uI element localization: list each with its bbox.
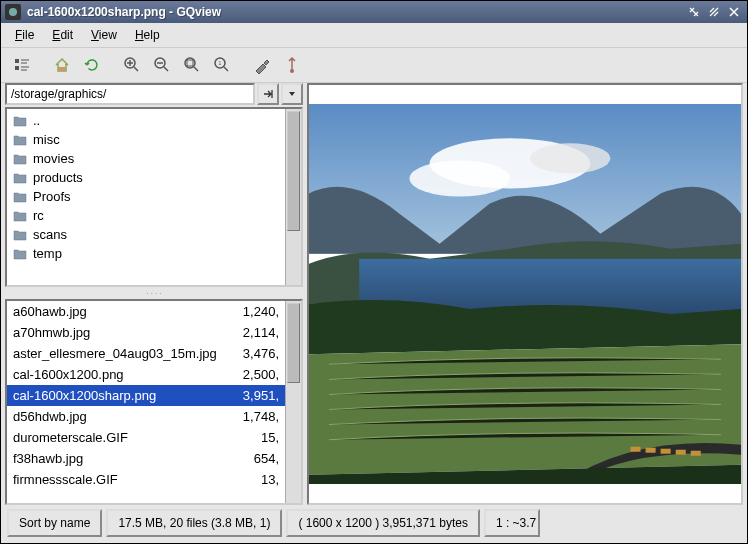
main-window: cal-1600x1200sharp.png - GQview File Edi… — [0, 0, 748, 544]
file-name: cal-1600x1200.png — [13, 367, 231, 382]
file-item[interactable]: firmnessscale.GIF13, — [7, 469, 285, 490]
maximize-button[interactable] — [705, 4, 723, 20]
thumbnails-icon[interactable] — [9, 52, 35, 78]
app-icon — [5, 4, 21, 20]
directory-label: scans — [33, 227, 67, 242]
directory-parent[interactable]: .. — [9, 111, 285, 130]
directory-label: misc — [33, 132, 60, 147]
directory-label: temp — [33, 246, 62, 261]
file-size: 3,476, — [231, 346, 279, 361]
image-pane[interactable] — [307, 83, 743, 505]
path-dropdown-button[interactable] — [281, 83, 303, 105]
file-item[interactable]: durometerscale.GIF15, — [7, 427, 285, 448]
file-item[interactable]: aster_ellesmere_04aug03_15m.jpg3,476, — [7, 343, 285, 364]
directory-item[interactable]: movies — [9, 149, 285, 168]
titlebar[interactable]: cal-1600x1200sharp.png - GQview — [1, 1, 747, 23]
minimize-button[interactable] — [685, 4, 703, 20]
svg-point-13 — [409, 160, 509, 196]
directory-item[interactable]: scans — [9, 225, 285, 244]
file-list[interactable]: a60hawb.jpg1,240,a70hmwb.jpg2,114,aster_… — [5, 299, 303, 505]
directory-label: Proofs — [33, 189, 71, 204]
home-icon[interactable] — [49, 52, 75, 78]
directory-label: rc — [33, 208, 44, 223]
window-title: cal-1600x1200sharp.png - GQview — [27, 5, 683, 19]
file-size: 13, — [231, 472, 279, 487]
directory-label: products — [33, 170, 83, 185]
path-go-button[interactable] — [257, 83, 279, 105]
file-name: durometerscale.GIF — [13, 430, 231, 445]
sort-button[interactable]: Sort by name — [7, 509, 102, 537]
preferences-icon[interactable] — [249, 52, 275, 78]
file-item[interactable]: d56hdwb.jpg1,748, — [7, 406, 285, 427]
content-area: ..miscmoviesproductsProofsrcscanstemp · … — [1, 83, 747, 505]
file-scrollbar[interactable] — [285, 301, 301, 503]
file-size: 2,500, — [231, 367, 279, 382]
file-size: 1,240, — [231, 304, 279, 319]
status-dimensions: ( 1600 x 1200 ) 3,951,371 bytes — [286, 509, 479, 537]
status-zoom: 1 : ~3.7 — [484, 509, 540, 537]
menu-edit[interactable]: Edit — [44, 25, 81, 45]
svg-rect-3 — [58, 67, 66, 71]
directory-item[interactable]: rc — [9, 206, 285, 225]
file-item[interactable]: a70hmwb.jpg2,114, — [7, 322, 285, 343]
preview-image — [309, 104, 741, 484]
directory-label: .. — [33, 113, 40, 128]
menu-view[interactable]: View — [83, 25, 125, 45]
close-button[interactable] — [725, 4, 743, 20]
directory-item[interactable]: temp — [9, 244, 285, 263]
svg-rect-1 — [15, 59, 19, 63]
svg-rect-7 — [187, 60, 193, 66]
directory-scrollbar[interactable] — [285, 109, 301, 285]
file-name: cal-1600x1200sharp.png — [13, 388, 231, 403]
svg-rect-18 — [661, 449, 671, 454]
file-size: 2,114, — [231, 325, 279, 340]
menubar: File Edit View Help — [1, 23, 747, 48]
file-name: a70hmwb.jpg — [13, 325, 231, 340]
status-summary: 17.5 MB, 20 files (3.8 MB, 1) — [106, 509, 282, 537]
file-size: 1,748, — [231, 409, 279, 424]
file-item[interactable]: cal-1600x1200.png2,500, — [7, 364, 285, 385]
zoom-100-icon[interactable]: 1 — [209, 52, 235, 78]
zoom-in-icon[interactable] — [119, 52, 145, 78]
svg-text:1: 1 — [219, 60, 222, 66]
svg-rect-20 — [691, 451, 701, 456]
file-item[interactable]: a60hawb.jpg1,240, — [7, 301, 285, 322]
directory-item[interactable]: products — [9, 168, 285, 187]
toolbar: 1 — [1, 48, 747, 83]
file-item[interactable]: cal-1600x1200sharp.png3,951, — [7, 385, 285, 406]
svg-rect-16 — [630, 447, 640, 452]
file-name: a60hawb.jpg — [13, 304, 231, 319]
path-row — [5, 83, 303, 105]
svg-rect-2 — [15, 66, 19, 70]
file-name: aster_ellesmere_04aug03_15m.jpg — [13, 346, 231, 361]
directory-item[interactable]: misc — [9, 130, 285, 149]
file-size: 3,951, — [231, 388, 279, 403]
file-item[interactable]: f38hawb.jpg654, — [7, 448, 285, 469]
zoom-fit-icon[interactable] — [179, 52, 205, 78]
float-icon[interactable] — [279, 52, 305, 78]
svg-rect-19 — [676, 450, 686, 455]
file-size: 654, — [231, 451, 279, 466]
left-pane: ..miscmoviesproductsProofsrcscanstemp · … — [5, 83, 303, 505]
svg-point-0 — [9, 8, 17, 16]
directory-label: movies — [33, 151, 74, 166]
statusbar: Sort by name 17.5 MB, 20 files (3.8 MB, … — [1, 505, 747, 543]
directory-item[interactable]: Proofs — [9, 187, 285, 206]
file-size: 15, — [231, 430, 279, 445]
menu-file[interactable]: File — [7, 25, 42, 45]
directory-list[interactable]: ..miscmoviesproductsProofsrcscanstemp — [5, 107, 303, 287]
menu-help[interactable]: Help — [127, 25, 168, 45]
file-name: firmnessscale.GIF — [13, 472, 231, 487]
pane-splitter[interactable]: · · · · — [5, 289, 303, 297]
refresh-icon[interactable] — [79, 52, 105, 78]
svg-rect-17 — [646, 448, 656, 453]
zoom-out-icon[interactable] — [149, 52, 175, 78]
svg-point-14 — [530, 143, 610, 173]
svg-point-10 — [290, 69, 294, 73]
file-name: d56hdwb.jpg — [13, 409, 231, 424]
file-name: f38hawb.jpg — [13, 451, 231, 466]
path-input[interactable] — [5, 83, 255, 105]
